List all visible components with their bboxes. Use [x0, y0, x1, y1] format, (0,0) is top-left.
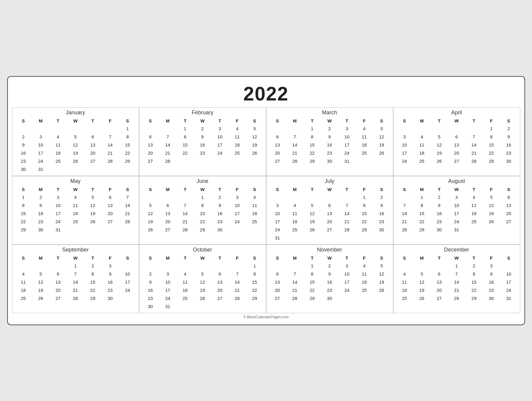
calendar-day — [373, 294, 390, 302]
calendar-day: 9 — [211, 201, 229, 209]
day-header: T — [49, 186, 67, 193]
day-header: M — [32, 117, 49, 125]
calendar-week-row — [396, 234, 518, 237]
calendar-day — [269, 125, 286, 133]
calendar-day: 6 — [500, 193, 518, 201]
calendar-day: 10 — [448, 201, 465, 209]
cal-table: SMTWTFS123456789101112131415161718192021… — [15, 117, 136, 173]
calendar-day — [176, 165, 194, 168]
calendar-day — [229, 226, 246, 234]
calendar-day: 9 — [101, 270, 119, 278]
day-header: T — [338, 186, 356, 193]
day-header: W — [448, 117, 465, 125]
calendar-day: 18 — [176, 286, 194, 294]
calendar-day: 25 — [15, 294, 32, 302]
calendar-day: 28 — [396, 226, 413, 234]
calendar-day: 9 — [15, 141, 32, 149]
calendar-day: 14 — [448, 278, 465, 286]
calendar-day — [500, 234, 518, 237]
calendar-day — [373, 234, 390, 242]
calendar-week-row: 891011121314 — [15, 201, 136, 209]
calendar-day: 11 — [15, 278, 32, 286]
calendar-day: 13 — [431, 278, 448, 286]
calendar-day: 14 — [338, 209, 356, 217]
calendar-day — [338, 193, 356, 201]
calendar-day: 3 — [229, 193, 246, 201]
calendar-day: 22 — [303, 286, 321, 294]
calendar-day: 26 — [373, 149, 390, 157]
calendar-day: 27 — [84, 157, 101, 165]
calendar-day: 24 — [49, 217, 67, 226]
cal-table: SMTWTFS123456789101112131415161718192021… — [142, 186, 263, 237]
calendar-day: 11 — [229, 133, 246, 141]
calendar-week-row: 23242526272829 — [15, 157, 136, 165]
calendar-day: 7 — [101, 133, 119, 141]
day-header: S — [373, 254, 390, 262]
calendar-day — [246, 302, 263, 310]
calendar-day: 8 — [84, 270, 101, 278]
calendar-day — [194, 165, 211, 168]
calendar-day — [448, 234, 465, 237]
calendar-day — [211, 234, 229, 237]
calendar-day — [396, 165, 413, 168]
month-name: June — [142, 178, 263, 184]
calendar-day — [32, 262, 49, 270]
day-header: F — [356, 186, 373, 193]
calendar-day: 27 — [500, 217, 518, 226]
day-header: S — [396, 254, 413, 262]
day-header: S — [396, 117, 413, 125]
calendar-week-row: 123 — [396, 262, 518, 270]
calendar-day: 19 — [194, 286, 211, 294]
calendar-day — [321, 234, 338, 242]
calendar-day — [84, 226, 101, 234]
calendar-day — [142, 262, 159, 270]
calendar-day: 26 — [303, 226, 321, 234]
day-header: W — [321, 186, 338, 193]
day-header: S — [269, 254, 286, 262]
calendar-day — [500, 226, 518, 234]
calendar-day: 23 — [101, 286, 119, 294]
day-header: S — [373, 186, 390, 193]
day-header: W — [194, 186, 211, 193]
calendar-day — [373, 302, 390, 305]
calendar-day: 15 — [246, 278, 263, 286]
calendar-week-row: 31 — [269, 234, 390, 242]
calendar-week-row: 6789101112 — [269, 270, 390, 278]
calendar-day: 7 — [176, 201, 194, 209]
calendar-day: 25 — [246, 217, 263, 226]
calendar-week-row: 3031 — [142, 302, 263, 310]
calendar-day: 22 — [303, 149, 321, 157]
calendar-day — [211, 157, 229, 165]
day-header: W — [194, 117, 211, 125]
calendar-day — [119, 294, 136, 302]
calendar-day: 21 — [286, 149, 303, 157]
calendar-week-row: 11121314151617 — [15, 278, 136, 286]
calendar-day: 15 — [119, 141, 136, 149]
calendar-day: 5 — [84, 193, 101, 201]
calendar-day — [229, 165, 246, 168]
month-name: October — [142, 247, 263, 253]
calendar-day: 15 — [15, 209, 32, 217]
calendar-day: 19 — [373, 141, 390, 149]
calendar-day: 27 — [101, 217, 119, 226]
month-block-september: SeptemberSMTWTFS123456789101112131415161… — [12, 245, 139, 313]
calendar-day: 15 — [303, 141, 321, 149]
day-header: F — [483, 254, 500, 262]
calendar-day: 7 — [229, 270, 246, 278]
calendar-day: 12 — [142, 209, 159, 217]
calendar-day: 11 — [413, 141, 431, 149]
calendar-day: 4 — [356, 262, 373, 270]
day-header: M — [413, 117, 431, 125]
calendar-day: 23 — [321, 286, 338, 294]
calendar-day: 30 — [321, 294, 338, 302]
day-header: S — [142, 254, 159, 262]
calendar-week-row: 1 — [15, 125, 136, 133]
calendar-day: 18 — [396, 286, 413, 294]
calendar-day — [396, 193, 413, 201]
calendar-day: 21 — [159, 149, 176, 157]
calendar-day — [67, 125, 84, 133]
calendar-day: 19 — [142, 217, 159, 226]
calendar-day: 1 — [356, 193, 373, 201]
month-block-july: JulySMTWTFS12345678910111213141516171819… — [266, 176, 393, 245]
calendar-week-row: 20212223242526 — [269, 149, 390, 157]
